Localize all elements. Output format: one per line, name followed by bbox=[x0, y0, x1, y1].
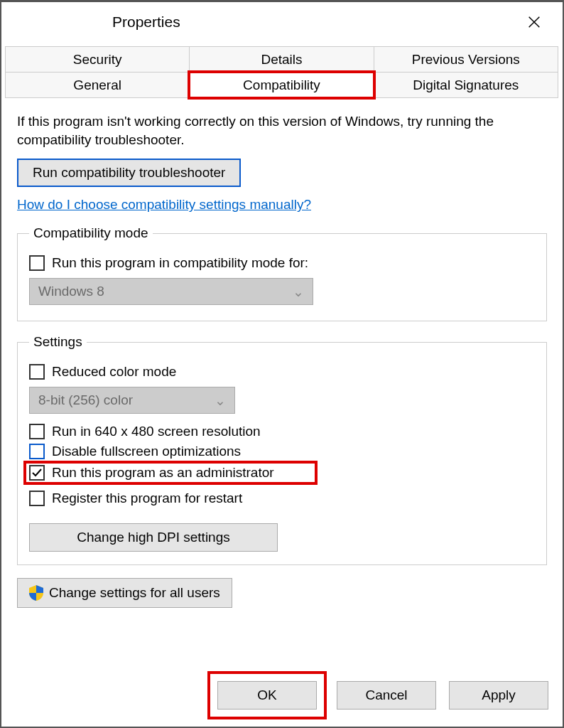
help-link[interactable]: How do I choose compatibility settings m… bbox=[17, 197, 311, 213]
tab-details[interactable]: Details bbox=[189, 46, 374, 73]
compatibility-mode-group: Compatibility mode Run this program in c… bbox=[17, 225, 547, 321]
reduced-color-checkbox[interactable] bbox=[29, 364, 45, 380]
titlebar: Properties bbox=[1, 2, 563, 42]
color-dropdown[interactable]: 8-bit (256) color ⌄ bbox=[29, 387, 235, 414]
change-all-users-button[interactable]: Change settings for all users bbox=[17, 578, 232, 608]
compat-mode-dropdown-value: Windows 8 bbox=[38, 284, 104, 299]
reduced-color-label: Reduced color mode bbox=[52, 364, 176, 380]
close-icon bbox=[526, 14, 542, 30]
tab-general[interactable]: General bbox=[5, 72, 190, 98]
register-restart-label: Register this program for restart bbox=[52, 491, 242, 506]
ok-button[interactable]: OK bbox=[217, 681, 317, 710]
close-button[interactable] bbox=[517, 5, 551, 39]
change-all-users-label: Change settings for all users bbox=[49, 585, 220, 601]
tab-previous-versions[interactable]: Previous Versions bbox=[374, 46, 558, 73]
chevron-down-icon: ⌄ bbox=[293, 284, 304, 300]
run-as-admin-label: Run this program as an administrator bbox=[52, 465, 274, 481]
apply-button[interactable]: Apply bbox=[449, 681, 548, 710]
compat-mode-checkbox[interactable] bbox=[29, 255, 45, 271]
settings-legend: Settings bbox=[29, 334, 87, 350]
compat-mode-label: Run this program in compatibility mode f… bbox=[52, 255, 308, 271]
settings-group: Settings Reduced color mode 8-bit (256) … bbox=[17, 334, 547, 565]
properties-dialog: Properties Security Details Previous Ver… bbox=[0, 0, 564, 728]
tab-compatibility[interactable]: Compatibility bbox=[189, 72, 374, 98]
compatibility-mode-legend: Compatibility mode bbox=[29, 225, 153, 241]
intro-text: If this program isn't working correctly … bbox=[17, 112, 547, 149]
tab-content: If this program isn't working correctly … bbox=[1, 98, 563, 608]
tab-strip: Security Details Previous Versions Gener… bbox=[6, 46, 558, 98]
tab-security[interactable]: Security bbox=[5, 46, 190, 73]
run-troubleshooter-button[interactable]: Run compatibility troubleshooter bbox=[17, 159, 241, 187]
window-title: Properties bbox=[13, 14, 517, 31]
ok-highlight: OK bbox=[210, 674, 324, 717]
run-as-admin-checkbox[interactable] bbox=[29, 465, 45, 481]
chevron-down-icon: ⌄ bbox=[215, 392, 226, 409]
dialog-buttons: OK Cancel Apply bbox=[210, 674, 548, 717]
run-640-checkbox[interactable] bbox=[29, 424, 45, 439]
run-640-label: Run in 640 x 480 screen resolution bbox=[52, 424, 261, 439]
disable-fullscreen-checkbox[interactable] bbox=[29, 444, 45, 459]
shield-icon bbox=[29, 585, 43, 601]
register-restart-checkbox[interactable] bbox=[29, 491, 45, 506]
compat-mode-dropdown[interactable]: Windows 8 ⌄ bbox=[29, 278, 313, 305]
color-dropdown-value: 8-bit (256) color bbox=[38, 392, 133, 408]
cancel-button[interactable]: Cancel bbox=[337, 681, 436, 710]
disable-fullscreen-label: Disable fullscreen optimizations bbox=[52, 444, 241, 459]
change-dpi-button[interactable]: Change high DPI settings bbox=[29, 523, 278, 552]
tab-digital-signatures[interactable]: Digital Signatures bbox=[374, 72, 558, 98]
